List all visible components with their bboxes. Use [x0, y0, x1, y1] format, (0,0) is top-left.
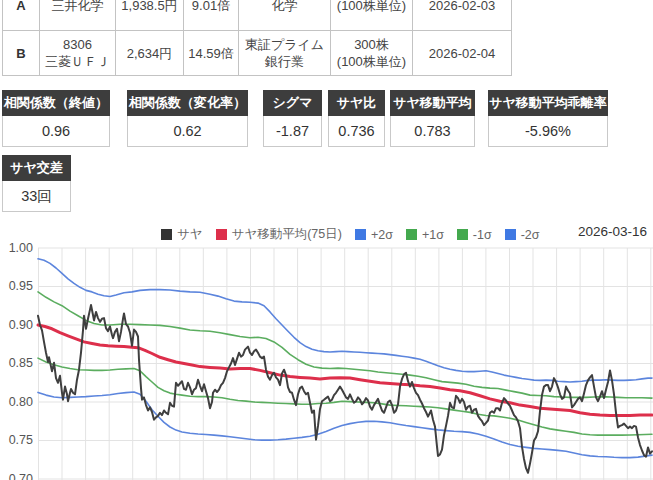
stock-a-industry: 化学 [239, 0, 331, 31]
legend-item-minus2sigma: -2σ [505, 228, 540, 242]
stock-a-name: 三井化学 [44, 0, 111, 14]
stock-b-label: B [3, 31, 40, 76]
stock-b-sector: 銀行業 [243, 53, 326, 70]
plus1sigma-swatch-icon [406, 229, 417, 240]
stock-b-code-name: 8306 三菱ＵＦＪ [40, 31, 116, 76]
stock-b-per: 14.59倍 [184, 31, 239, 76]
saya-chart [0, 243, 653, 480]
stock-b-market: 東証プライム [243, 36, 326, 53]
legend-label: サヤ移動平均(75日) [232, 226, 342, 243]
stock-b-share-unit: (100株単位) [335, 53, 408, 70]
legend-label: サヤ [177, 226, 203, 243]
badge-saya-ratio-value: 0.736 [328, 116, 385, 147]
badge-saya-ratio: サヤ比 0.736 [328, 90, 385, 147]
stock-pair-table: A 三井化学 1,938.5円 9.01倍 化学 (100株単位) 2026-0… [2, 0, 512, 76]
badge-saya-cross: サヤ交差 33回 [2, 155, 71, 212]
badge-saya-ma-deviation-label: サヤ移動平均乖離率 [488, 90, 608, 116]
stock-a-shares: (100株単位) [331, 0, 413, 31]
badge-saya-ratio-label: サヤ比 [328, 90, 385, 116]
badge-saya-ma-deviation: サヤ移動平均乖離率 -5.96% [488, 90, 608, 147]
stock-b-share-count: 300株 [335, 36, 408, 53]
table-row-stock-a: A 三井化学 1,938.5円 9.01倍 化学 (100株単位) 2026-0… [3, 0, 512, 31]
stock-b-shares: 300株 (100株単位) [331, 31, 413, 76]
legend-item-saya: サヤ [161, 226, 203, 243]
legend-label: -1σ [473, 228, 492, 242]
saya-swatch-icon [161, 229, 172, 240]
stock-a-code-name: 三井化学 [40, 0, 116, 31]
badge-saya-cross-label: サヤ交差 [2, 155, 71, 181]
stock-b-code: 8306 [44, 36, 111, 53]
legend-label: +2σ [371, 228, 393, 242]
badge-correlation-close: 相関係数（終値） 0.96 [2, 90, 110, 147]
legend-item-saya-ma: サヤ移動平均(75日) [216, 226, 342, 243]
table-row-stock-b: B 8306 三菱ＵＦＪ 2,634円 14.59倍 東証プライム 銀行業 30… [3, 31, 512, 76]
stock-a-per: 9.01倍 [184, 0, 239, 31]
legend-item-plus1sigma: +1σ [406, 228, 444, 242]
badge-correlation-change: 相関係数（変化率） 0.62 [127, 90, 248, 147]
grid [38, 248, 653, 480]
minus1sigma-swatch-icon [457, 229, 468, 240]
stock-a-label: A [3, 0, 40, 31]
saya-ma-swatch-icon [216, 229, 227, 240]
stock-a-sector: 化学 [243, 0, 326, 14]
badge-sigma-value: -1.87 [263, 116, 322, 147]
badge-correlation-close-value: 0.96 [2, 116, 110, 147]
badge-saya-ma: サヤ移動平均 0.783 [390, 90, 475, 147]
badge-saya-cross-value: 33回 [2, 181, 71, 212]
badge-saya-ma-value: 0.783 [390, 116, 475, 147]
legend-label: +1σ [422, 228, 444, 242]
badge-sigma: シグマ -1.87 [263, 90, 322, 147]
badge-correlation-close-label: 相関係数（終値） [2, 90, 110, 116]
badge-correlation-change-value: 0.62 [127, 116, 248, 147]
chart-date-label: 2026-03-16 [578, 224, 647, 239]
stock-a-date: 2026-02-03 [413, 0, 512, 31]
stock-b-name: 三菱ＵＦＪ [44, 53, 111, 70]
chart-legend: サヤ サヤ移動平均(75日) +2σ +1σ -1σ -2σ [161, 226, 553, 243]
legend-label: -2σ [521, 228, 540, 242]
badge-sigma-label: シグマ [263, 90, 322, 116]
legend-item-plus2sigma: +2σ [355, 228, 393, 242]
minus2sigma-swatch-icon [505, 229, 516, 240]
stock-a-price: 1,938.5円 [116, 0, 184, 31]
stock-b-date: 2026-02-04 [413, 31, 512, 76]
badge-saya-ma-deviation-value: -5.96% [488, 116, 608, 147]
badge-saya-ma-label: サヤ移動平均 [390, 90, 475, 116]
pair-trading-screen: A 三井化学 1,938.5円 9.01倍 化学 (100株単位) 2026-0… [0, 0, 653, 480]
stock-a-share-unit: (100株単位) [335, 0, 408, 14]
plus2sigma-swatch-icon [355, 229, 366, 240]
stock-b-industry: 東証プライム 銀行業 [239, 31, 331, 76]
badge-correlation-change-label: 相関係数（変化率） [127, 90, 248, 116]
legend-item-minus1sigma: -1σ [457, 228, 492, 242]
stock-b-price: 2,634円 [116, 31, 184, 76]
